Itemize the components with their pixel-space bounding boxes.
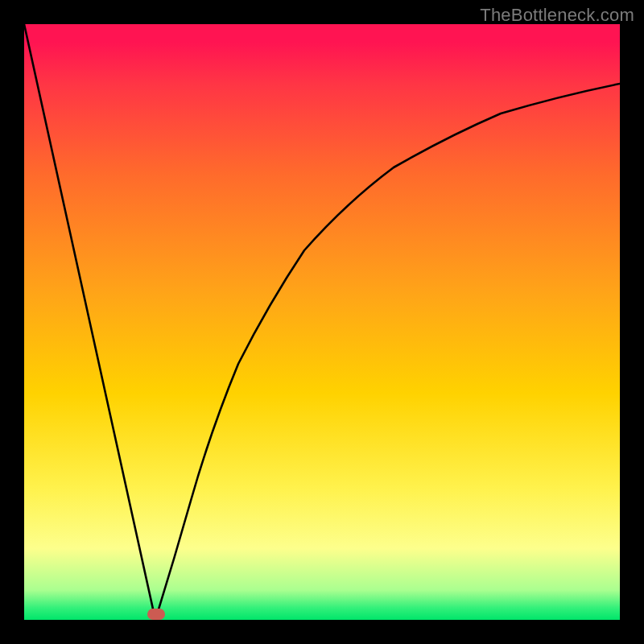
watermark-text: TheBottleneck.com <box>480 5 634 26</box>
chart-frame: TheBottleneck.com <box>0 0 644 644</box>
curve-left-segment <box>24 24 155 620</box>
curve-right-segment <box>155 84 620 620</box>
min-marker <box>147 609 165 620</box>
curve-layer <box>24 24 620 620</box>
